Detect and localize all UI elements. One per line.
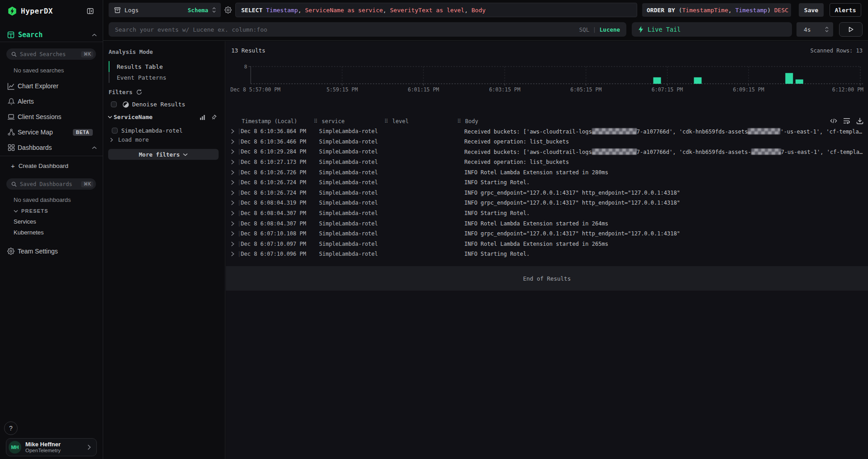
row-expand-icon[interactable] (231, 221, 234, 226)
sidebar-item-dashboards[interactable]: Dashboards (0, 140, 103, 155)
row-expand-icon[interactable] (231, 231, 234, 236)
row-expand-icon[interactable] (231, 190, 234, 195)
row-expand-icon[interactable] (231, 139, 234, 144)
preset-item-services[interactable]: Services (14, 218, 36, 225)
row-expand-icon[interactable] (231, 129, 234, 134)
sidebar-item-team-settings[interactable]: Team Settings (7, 247, 58, 255)
live-tail-button[interactable]: Live Tail (632, 22, 792, 37)
row-expand-icon[interactable] (231, 201, 234, 206)
drag-handle-icon[interactable]: ⠿ (457, 118, 461, 124)
refresh-interval-select[interactable]: 4s (796, 22, 833, 37)
cell-body: INFO grpc_endpoint="127.0.0.1:4317" http… (464, 200, 864, 206)
sidebar-collapse-button[interactable] (85, 5, 95, 16)
event-search-input[interactable]: Search your events w/ Lucene ex. column:… (109, 22, 626, 37)
drag-handle-icon[interactable]: ⠿ (314, 118, 318, 124)
facet-value-checkbox[interactable] (112, 128, 118, 134)
help-button[interactable]: ? (4, 421, 18, 435)
alerts-button[interactable]: Alerts (830, 3, 861, 17)
denoise-checkbox[interactable] (111, 101, 117, 107)
table-row[interactable]: |Dec 8 6:07:10.097 PMSimpleLambda-rotelI… (226, 239, 868, 249)
saved-searches-input[interactable]: Saved Searches ⌘K (6, 48, 96, 60)
source-select[interactable]: Logs Schema (109, 3, 221, 17)
analysis-mode-title: Analysis Mode (109, 48, 153, 55)
create-dashboard-button[interactable]: + Create Dashboard (11, 162, 68, 170)
table-row[interactable]: |Dec 8 6:08:04.319 PMSimpleLambda-rotelI… (226, 198, 868, 208)
row-expand-icon[interactable] (231, 241, 234, 246)
language-lucene[interactable]: Lucene (600, 26, 620, 33)
col-header-service[interactable]: ⠿service (314, 118, 344, 124)
sidebar-item-search[interactable]: Search (0, 28, 103, 42)
user-card[interactable]: MH Mike Heffner OpenTelemetry (6, 438, 97, 456)
col-header-body[interactable]: ⠿Body (457, 118, 478, 124)
body-text: INFO Starting Rotel. (464, 179, 530, 186)
facet-pin-icon[interactable] (211, 114, 217, 120)
language-sql[interactable]: SQL (579, 26, 590, 33)
table-row[interactable]: |Dec 8 6:10:29.284 PMSimpleLambda-rotelR… (226, 147, 868, 157)
row-expand-icon[interactable] (231, 180, 234, 185)
cell-service: SimpleLambda-rotel (319, 251, 378, 257)
row-expand-icon[interactable] (231, 252, 234, 257)
table-row[interactable]: |Dec 8 6:07:10.096 PMSimpleLambda-rotelI… (226, 249, 868, 259)
table-row[interactable]: |Dec 8 6:10:27.173 PMSimpleLambda-rotelR… (226, 157, 868, 167)
sidebar-item-chart-explorer[interactable]: Chart Explorer (0, 78, 103, 94)
row-expand-icon[interactable] (231, 160, 234, 165)
refresh-icon[interactable] (136, 89, 142, 95)
histogram-bar[interactable] (653, 77, 661, 84)
analysis-mode-event-patterns[interactable]: Event Patterns (109, 72, 167, 83)
facet-chart-icon[interactable] (200, 114, 206, 120)
presets-toggle[interactable]: PRESETS (14, 208, 48, 214)
row-expand-icon[interactable] (231, 170, 234, 175)
preset-item-kubernetes[interactable]: Kubernetes (14, 229, 44, 236)
order-by-chip[interactable]: ORDER BY (TimestampTime, Timestamp) DESC (642, 3, 791, 17)
facet-servicename-header[interactable]: ServiceName (108, 114, 217, 120)
table-row[interactable]: |Dec 8 6:10:36.864 PMSimpleLambda-rotelR… (226, 126, 868, 137)
load-more-button[interactable]: Load more (110, 136, 149, 143)
analysis-mode-results-table[interactable]: Results Table (109, 61, 167, 72)
save-button[interactable]: Save (799, 3, 824, 17)
table-row[interactable]: |Dec 8 6:10:36.466 PMSimpleLambda-rotelR… (226, 137, 868, 147)
sidebar-item-service-map[interactable]: Service MapBETA (0, 124, 103, 140)
table-row[interactable]: |Dec 8 6:10:26.726 PMSimpleLambda-rotelI… (226, 167, 868, 177)
sql-select-input[interactable]: SELECT Timestamp, ServiceName as service… (235, 3, 637, 17)
chevron-right-icon (110, 138, 113, 142)
text-wrap-icon[interactable] (843, 117, 850, 124)
facet-value-row[interactable]: SimpleLambda-rotel (112, 127, 182, 134)
user-name: Mike Heffner (25, 441, 87, 448)
x-axis-end-label: 6:12:00 PM (832, 86, 863, 93)
table-row[interactable]: |Dec 8 6:10:26.724 PMSimpleLambda-rotelI… (226, 188, 868, 198)
drag-handle-icon[interactable]: ⠿ (384, 118, 388, 124)
body-text: Received operation: list_buckets (464, 139, 569, 145)
sidebar-item-alerts[interactable]: Alerts (0, 94, 103, 109)
saved-dashboards-input[interactable]: Saved Dashboards ⌘K (6, 178, 96, 190)
source-box-icon (114, 7, 121, 14)
facet-name: ServiceName (114, 114, 195, 120)
histogram-bar[interactable] (694, 77, 701, 84)
source-settings-button[interactable] (224, 6, 232, 14)
row-expand-icon[interactable] (231, 149, 234, 154)
code-view-icon[interactable] (830, 117, 837, 124)
chevron-up-icon (92, 146, 97, 149)
divider (0, 42, 103, 42)
body-text: INFO grpc_endpoint="127.0.0.1:4317" http… (464, 230, 680, 237)
run-query-button[interactable] (839, 22, 863, 37)
table-row[interactable]: |Dec 8 6:10:26.724 PMSimpleLambda-rotelI… (226, 177, 868, 188)
download-icon[interactable] (856, 117, 863, 124)
col-header-level[interactable]: ⠿level (384, 118, 409, 124)
table-row[interactable]: |Dec 8 6:07:10.108 PMSimpleLambda-rotelI… (226, 229, 868, 239)
language-toggle[interactable]: SQL | Lucene (579, 26, 620, 33)
row-expand-icon[interactable] (231, 211, 234, 216)
team-settings-label: Team Settings (18, 248, 58, 255)
col-header-timestamp[interactable]: Timestamp (Local) (242, 118, 297, 124)
more-filters-button[interactable]: More filters (108, 149, 219, 160)
body-text: INFO Rotel Lambda Extension started in 2… (464, 220, 608, 227)
histogram-bar[interactable] (796, 80, 803, 84)
histogram-bar[interactable] (785, 73, 793, 84)
body-text: Received buckets: ['aws-cloudtrail-logs (464, 129, 592, 135)
chevron-down-icon (14, 210, 18, 213)
cell-service: SimpleLambda-rotel (319, 128, 378, 134)
table-row[interactable]: |Dec 8 6:08:04.307 PMSimpleLambda-rotelI… (226, 208, 868, 219)
denoise-results-row[interactable]: Denoise Results (111, 101, 185, 108)
cell-timestamp: Dec 8 6:08:04.307 PM (241, 220, 306, 227)
sidebar-item-client-sessions[interactable]: Client Sessions (0, 109, 103, 124)
table-row[interactable]: |Dec 8 6:08:04.307 PMSimpleLambda-rotelI… (226, 218, 868, 229)
